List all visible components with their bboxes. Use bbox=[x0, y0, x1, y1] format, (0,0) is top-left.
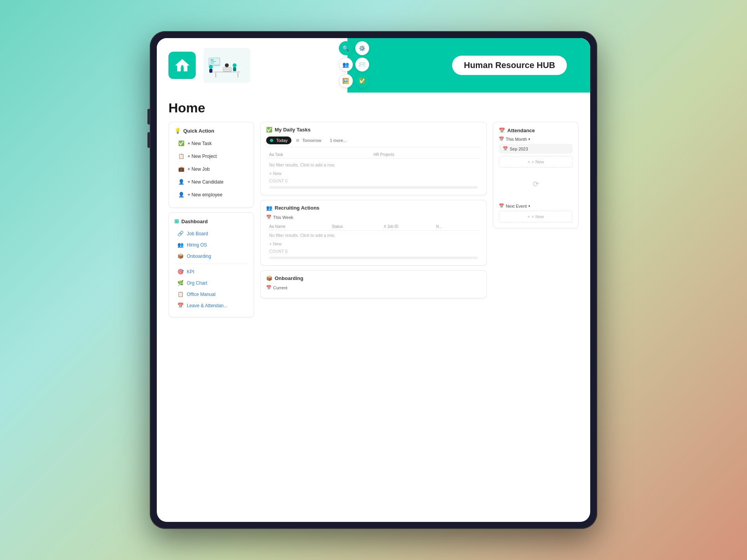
hub-title: Human Resource HUB bbox=[452, 56, 567, 75]
job-board-icon: 🔗 bbox=[177, 231, 184, 236]
new-job-button[interactable]: 💼 + New Job bbox=[174, 163, 248, 175]
onboarding-title: 📦 Onboarding bbox=[266, 275, 303, 281]
candidate-icon: 👤 bbox=[178, 179, 184, 185]
recruit-count: COUNT 0 bbox=[266, 248, 481, 255]
org-icon: 🌿 bbox=[177, 280, 184, 286]
tab-today[interactable]: Today bbox=[266, 136, 291, 144]
next-event-selector[interactable]: 📅 Next Event ▾ bbox=[499, 203, 573, 208]
onboarding-icon: 📦 bbox=[266, 275, 272, 281]
house-icon bbox=[168, 52, 196, 79]
new-candidate-button[interactable]: 👤 + New Candidate bbox=[174, 176, 248, 187]
loading-spinner: ⟳ bbox=[499, 168, 573, 200]
check-icon[interactable]: ✅ bbox=[355, 74, 369, 88]
svg-point-0 bbox=[181, 65, 183, 67]
recruit-no-results: No filter results. Click to add a row. bbox=[266, 231, 481, 240]
next-event-chevron: ▾ bbox=[528, 204, 530, 208]
calendar-icon: 📅 bbox=[266, 215, 272, 220]
svg-point-11 bbox=[225, 63, 229, 67]
task-icon: ✅ bbox=[178, 140, 184, 146]
quick-action-icon: 💡 bbox=[174, 128, 181, 134]
leave-attendance-link[interactable]: 📅 Leave & Attendan... bbox=[174, 300, 248, 311]
svg-rect-6 bbox=[210, 60, 214, 60]
employee-icon: 👤 bbox=[178, 192, 184, 198]
sep-calendar: 📅 Sep 2023 bbox=[499, 144, 573, 154]
content-grid: 💡 Quick Action ✅ + New Task 📋 + New Proj… bbox=[168, 122, 579, 514]
dashboard-icon: ⊞ bbox=[174, 218, 179, 224]
leave-icon: 📅 bbox=[177, 303, 184, 308]
new-project-button[interactable]: 📋 + New Project bbox=[174, 150, 248, 162]
kpi-link[interactable]: 🎯 KPI bbox=[174, 266, 248, 277]
task-scrollbar[interactable] bbox=[266, 185, 481, 190]
recruit-icon: 👥 bbox=[266, 205, 272, 211]
task-no-results: No filter results. Click to add a row. bbox=[266, 160, 481, 170]
main-content: Home 💡 Quick Action ✅ + New Task bbox=[157, 93, 590, 522]
task-count: COUNT 0 bbox=[266, 177, 481, 185]
next-event-plus-icon: + bbox=[528, 214, 530, 219]
header-icons: 🔍 ⚙️ 👥 ✉️ 🖼️ ✅ bbox=[339, 41, 369, 88]
gallery-icon[interactable]: 🖼️ bbox=[339, 74, 353, 88]
dashboard-divider bbox=[174, 264, 248, 264]
right-column: 📅 Attendance 📅 This Month ▾ 📅 Sep 2023 bbox=[493, 122, 579, 514]
tasks-icon: ✅ bbox=[266, 127, 272, 133]
org-chart-link[interactable]: 🌿 Org Chart bbox=[174, 278, 248, 288]
svg-rect-14 bbox=[233, 67, 236, 71]
dashboard-card: ⊞ Dashboard 🔗 Job Board 👥 Hiring OS bbox=[168, 212, 254, 317]
tab-more[interactable]: 1 more... bbox=[326, 136, 351, 144]
plus-icon: + bbox=[528, 159, 530, 164]
recruit-add-new[interactable]: + New bbox=[266, 240, 481, 248]
onboarding-period: 📅 Current bbox=[266, 285, 481, 290]
job-icon: 💼 bbox=[178, 166, 184, 172]
kpi-icon: 🎯 bbox=[177, 269, 184, 275]
hiring-icon: 👥 bbox=[177, 242, 184, 248]
recruiting-title: 👥 Recruiting Actions bbox=[266, 205, 319, 211]
svg-rect-7 bbox=[210, 61, 216, 62]
tomorrow-dot bbox=[296, 139, 299, 142]
next-event-new-button[interactable]: + + New bbox=[499, 211, 573, 222]
today-dot bbox=[270, 139, 273, 142]
header-banner: 🔍 ⚙️ 👥 ✉️ 🖼️ ✅ Human Resource HUB bbox=[157, 38, 590, 93]
attendance-new-button[interactable]: + + New bbox=[499, 156, 573, 168]
page-title: Home bbox=[168, 100, 579, 116]
this-week-badge: 📅 This Week bbox=[266, 215, 481, 220]
recruit-table-header: Aa Name Status # Job ID N... bbox=[266, 223, 481, 231]
onboard-cal-icon: 📅 bbox=[266, 285, 272, 290]
attendance-icon: 📅 bbox=[499, 128, 505, 133]
new-employee-button[interactable]: 👤 + New employee bbox=[174, 189, 248, 200]
attendance-card: 📅 Attendance 📅 This Month ▾ 📅 Sep 2023 bbox=[493, 122, 579, 228]
task-add-new[interactable]: + New bbox=[266, 170, 481, 177]
month-cal-icon: 📅 bbox=[499, 136, 504, 142]
hiring-os-link[interactable]: 👥 Hiring OS bbox=[174, 240, 248, 250]
quick-actions-title: 💡 Quick Action bbox=[174, 128, 248, 134]
project-icon: 📋 bbox=[178, 153, 184, 159]
onboarding-link[interactable]: 📦 Onboarding bbox=[174, 251, 248, 261]
settings-icon[interactable]: ⚙️ bbox=[355, 41, 369, 55]
tab-tomorrow[interactable]: Tomorrow bbox=[292, 136, 325, 144]
chevron-down-icon: ▾ bbox=[528, 137, 530, 141]
onboarding-card: 📦 Onboarding 📅 Current bbox=[260, 270, 487, 298]
month-selector[interactable]: 📅 This Month ▾ bbox=[499, 136, 573, 142]
header-illustration bbox=[203, 48, 250, 83]
middle-column: ✅ My Daily Tasks Today Tomorrow bbox=[260, 122, 487, 514]
svg-rect-3 bbox=[237, 73, 238, 77]
task-table-header: Aa Task HR Projects bbox=[266, 151, 481, 159]
email-icon[interactable]: ✉️ bbox=[355, 58, 369, 72]
search-icon[interactable]: 🔍 bbox=[339, 41, 353, 55]
daily-tasks-card: ✅ My Daily Tasks Today Tomorrow bbox=[260, 122, 487, 195]
recruit-scrollbar[interactable] bbox=[266, 255, 481, 261]
onboarding-header: 📦 Onboarding bbox=[266, 275, 481, 281]
dashboard-title: ⊞ Dashboard bbox=[174, 218, 248, 224]
manual-icon: 📋 bbox=[177, 291, 184, 297]
left-column: 💡 Quick Action ✅ + New Task 📋 + New Proj… bbox=[168, 122, 254, 514]
people-icon[interactable]: 👥 bbox=[339, 58, 353, 72]
job-board-link[interactable]: 🔗 Job Board bbox=[174, 228, 248, 239]
svg-rect-2 bbox=[215, 73, 216, 77]
svg-rect-10 bbox=[209, 69, 212, 73]
task-header-title: ✅ My Daily Tasks bbox=[266, 127, 310, 133]
svg-point-9 bbox=[209, 65, 213, 69]
new-task-button[interactable]: ✅ + New Task bbox=[174, 138, 248, 149]
office-manual-link[interactable]: 📋 Office Manual bbox=[174, 289, 248, 299]
svg-rect-16 bbox=[223, 68, 231, 71]
task-tabs: Today Tomorrow 1 more... bbox=[266, 136, 481, 147]
recruiting-header: 👥 Recruiting Actions bbox=[266, 205, 481, 211]
attendance-title: 📅 Attendance bbox=[499, 128, 573, 133]
